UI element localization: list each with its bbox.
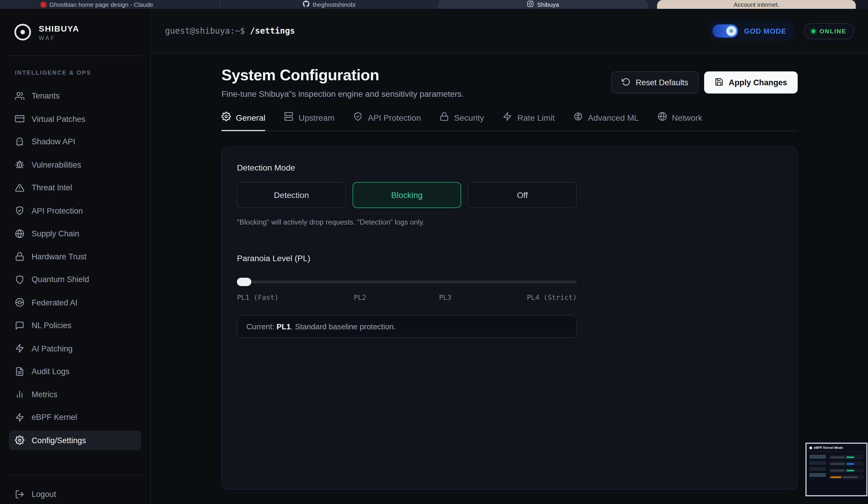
tab-label: General [236,113,266,122]
patch-card-icon [15,114,24,123]
sidebar-item-ebpf-kernel[interactable]: eBPF Kernel [9,407,141,427]
tab-advanced-ml[interactable]: Advanced ML [574,112,639,131]
tab-label: Upstream [299,113,334,122]
pip-window[interactable]: eBPF Kernel Mode [805,443,867,496]
tab-label: API Protection [368,113,421,122]
sidebar-item-vulnerabilities[interactable]: Vulnerabilities [9,155,141,175]
sidebar-item-hardware-trust[interactable]: Hardware Trust [9,246,141,266]
sidebar-item-supply-chain[interactable]: Supply Chain [9,224,141,244]
file-text-icon [15,367,24,376]
browser-tab-github[interactable]: theghostshinobi [220,0,438,9]
tab-api-protection[interactable]: API Protection [353,112,421,131]
status-suffix: . Standard baseline protection. [291,322,396,331]
status-value: PL1 [277,322,291,331]
brand: SHIBUYA WAF [0,9,150,55]
sidebar-nav: INTELLIGENCE & OPS Tenants Virtual Patch… [0,56,150,474]
main-content: System Configuration Fine-tune Shibuya"s… [151,54,868,504]
tab-label: Rate Limit [517,113,555,122]
sidebar-item-ai-patching[interactable]: AI Patching [9,338,141,358]
tab-security[interactable]: Security [440,112,484,131]
lantern-icon [41,2,46,7]
zap-icon [15,344,24,353]
browser-tab-account[interactable]: Account internet. [657,0,856,9]
lock-icon [440,112,449,123]
sidebar-item-config-settings[interactable]: Config/Settings [9,430,141,450]
tab-label: Security [454,113,484,122]
sidebar-item-label: Tenants [32,91,60,100]
terminal-prompt: guest@shibuya:~$ [165,26,245,36]
sidebar-item-audit-logs[interactable]: Audit Logs [9,361,141,381]
off-option-button[interactable]: Off [468,182,577,208]
shield-icon [15,275,24,284]
god-mode-toggle[interactable]: GOD MODE [709,20,795,41]
shield-check-icon [353,112,363,123]
toggle-switch[interactable] [712,24,738,38]
sidebar-item-quantum-shield[interactable]: Quantum Shield [9,270,141,290]
apply-changes-button[interactable]: Apply Changes [704,71,798,94]
sidebar-item-tenants[interactable]: Tenants [9,86,141,106]
god-mode-label: GOD MODE [744,27,786,35]
apply-changes-label: Apply Changes [728,78,787,87]
sidebar-item-label: Federated AI [32,298,78,307]
tab-strip-filler [856,0,868,9]
sidebar-item-label: Config/Settings [32,436,86,445]
globe-icon [658,112,667,123]
reset-defaults-label: Reset Defaults [636,78,688,87]
tab-upstream[interactable]: Upstream [284,112,335,131]
paranoia-level-label: Paranoia Level (PL) [237,253,782,263]
toggle-knob-icon [726,26,736,36]
server-icon [284,112,294,123]
browser-tab-strip: Ghostkian home page design - Claude theg… [0,0,868,9]
sidebar-item-label: Hardware Trust [32,252,86,261]
detection-mode-label: Detection Mode [237,162,782,172]
reset-icon [622,77,631,88]
online-dot-icon [812,29,815,33]
browser-tab-claude[interactable]: Ghostkian home page design - Claude [0,0,220,9]
sidebar-item-label: Shadow API [32,137,75,146]
logout-label: Logout [32,490,56,498]
sidebar-item-threat-intel[interactable]: Threat Intel [9,178,141,198]
message-icon [15,321,24,330]
browser-tab-label: Shibuya [537,1,559,8]
detection-option-button[interactable]: Detection [237,182,346,208]
browser-tab-label: Account internet. [734,1,779,8]
sidebar-footer: Logout [0,475,150,504]
top-bar: guest@shibuya:~$ /settings GOD MODE [151,9,868,54]
slider-track[interactable] [237,281,577,283]
lock-icon [15,252,24,261]
brain-icon [574,112,583,123]
pip-logo-icon [809,446,812,449]
reset-defaults-button[interactable]: Reset Defaults [611,71,699,94]
detection-mode-segmented-control: Detection Blocking Off [237,182,577,208]
tab-general[interactable]: General [221,112,266,131]
blocking-option-button[interactable]: Blocking [352,182,462,208]
tab-rate-limit[interactable]: Rate Limit [503,112,555,131]
tick-label: PL3 [439,293,452,302]
paranoia-slider[interactable] [237,277,577,286]
sidebar-item-metrics[interactable]: Metrics [9,384,141,404]
logout-button[interactable]: Logout [9,484,141,504]
sidebar-item-api-protection[interactable]: API Protection [9,201,141,221]
bug-icon [15,160,24,169]
sidebar-item-virtual-patches[interactable]: Virtual Patches [9,108,141,129]
sidebar-item-label: Supply Chain [32,229,80,238]
sidebar-item-label: Virtual Patches [32,114,85,123]
ghost-icon [15,137,24,146]
terminal-path: /settings [250,26,295,36]
sidebar-item-label: API Protection [32,206,83,215]
gear-icon [221,112,231,123]
brand-subtitle: WAF [39,34,79,41]
tick-label: PL4 (Strict) [527,293,577,302]
browser-tab-shibuya[interactable]: Shibuya [438,0,648,9]
browser-tab-label: theghostshinobi [313,1,355,8]
sidebar-item-label: eBPF Kernel [32,413,77,422]
sidebar-item-federated-ai[interactable]: Federated AI [9,292,141,313]
screen: Ghostkian home page design - Claude theg… [0,0,868,504]
sidebar-item-label: Vulnerabilities [32,160,81,169]
sidebar-item-nl-policies[interactable]: NL Policies [9,315,141,336]
shibuya-logo-icon [14,24,31,40]
tab-network[interactable]: Network [658,112,702,131]
slider-thumb[interactable] [237,278,251,286]
sidebar-item-shadow-api[interactable]: Shadow API [9,132,141,152]
zap-icon [503,112,512,123]
